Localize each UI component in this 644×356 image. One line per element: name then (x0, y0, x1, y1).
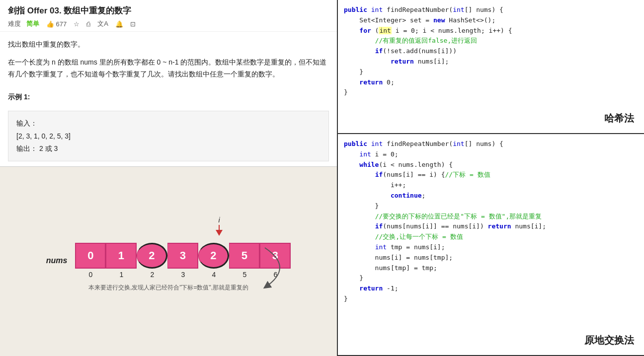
code-section-hash: public int findRepeatNumber(int[] nums) … (338, 0, 644, 134)
cell-3: 3 (167, 243, 198, 269)
index-row: 0 1 2 3 4 5 6 (75, 271, 291, 279)
hash-line-5: if(!set.add(nums[i])) (344, 46, 638, 57)
description1: 找出数组中重复的数字。 (8, 39, 329, 51)
hash-line-1: public int findRepeatNumber(int[] nums) … (344, 5, 638, 15)
swap-line-8: //要交换的下标的位置已经是"下标 = 数值",那就是重复 (344, 212, 638, 222)
example-input: [2, 3, 1, 0, 2, 5, 3] (16, 130, 321, 142)
code-block-swap: public int findRepeatNumber(int[] nums) … (338, 134, 644, 355)
translate-icon[interactable]: 文A (97, 19, 108, 28)
hash-line-7: } (344, 67, 638, 77)
problem-meta: 难度 简单 👍 677 ☆ ⎙ 文A 🔔 ⊡ (8, 19, 329, 28)
problem-header: 剑指 Offer 03. 数组中重复的数字 难度 简单 👍 677 ☆ ⎙ 文A… (0, 0, 337, 32)
example-input-label: 输入： (16, 117, 321, 130)
left-panel: 剑指 Offer 03. 数组中重复的数字 难度 简单 👍 677 ☆ ⎙ 文A… (0, 0, 338, 356)
cell-5: 5 (229, 243, 260, 269)
swap-line-6: continue; (344, 191, 638, 201)
difficulty-value: 简单 (26, 20, 39, 27)
code-block-hash: public int findRepeatNumber(int[] nums) … (338, 0, 644, 133)
hash-line-6: return nums[i]; (344, 57, 638, 67)
swap-line-4: if(nums[i] == i) {//下标 = 数值 (344, 170, 638, 180)
expand-icon[interactable]: ⊡ (130, 20, 136, 28)
hash-line-9: } (344, 87, 638, 98)
swap-line-9: if(nums[nums[i]] == nums[i]) return nums… (344, 221, 638, 232)
swap-line-16: } (344, 294, 638, 304)
swap-line-15: return -1; (344, 284, 638, 294)
idx-2: 2 (137, 271, 167, 279)
cell-2: 2 (137, 243, 167, 269)
problem-content: 找出数组中重复的数字。 在一个长度为 n 的数组 nums 里的所有数字都在 0… (0, 32, 337, 93)
array-cells: 0 1 2 3 2 5 3 (75, 243, 291, 269)
array-container: 0 1 2 3 2 5 3 0 (75, 243, 291, 279)
swap-line-12: nums[i] = nums[tmp]; (344, 253, 638, 263)
problem-title: 剑指 Offer 03. 数组中重复的数字 (8, 5, 329, 16)
hash-line-8: return 0; (344, 77, 638, 88)
diagram-inner: nums 0 1 2 3 2 5 (46, 243, 291, 279)
curved-arrow-svg (260, 243, 300, 292)
right-panel: public int findRepeatNumber(int[] nums) … (338, 0, 644, 356)
idx-5: 5 (229, 271, 260, 279)
diagram-caption: 本来要进行交换,发现人家已经符合"下标=数值",那就是重复的 (88, 284, 248, 292)
star-icon[interactable]: ☆ (74, 20, 80, 28)
swap-line-14: } (344, 273, 638, 284)
hash-label: 哈希法 (604, 112, 634, 125)
nums-label: nums (46, 256, 68, 265)
idx-4: 4 (198, 271, 229, 279)
swap-line-11: int tmp = nums[i]; (344, 242, 638, 253)
swap-label: 原地交换法 (584, 334, 634, 347)
bell-icon[interactable]: 🔔 (115, 20, 123, 28)
diagram-area: i nums 0 1 2 3 (0, 166, 337, 356)
i-arrow: i (216, 216, 223, 236)
swap-line-7: } (344, 201, 638, 212)
swap-line-13: nums[tmp] = tmp; (344, 263, 638, 274)
swap-line-10: //交换,让每一个下标 = 数值 (344, 232, 638, 242)
cell-1: 1 (106, 243, 137, 269)
curved-arrow-container (260, 243, 300, 294)
example-box: 输入： [2, 3, 1, 0, 2, 5, 3] 输出： 2 或 3 (8, 111, 329, 161)
swap-line-5: i++; (344, 180, 638, 191)
idx-1: 1 (106, 271, 137, 279)
description2: 在一个长度为 n 的数组 nums 里的所有数字都在 0 ~ n-1 的范围内。… (8, 57, 329, 80)
likes: 👍 677 (46, 20, 67, 28)
code-section-swap: public int findRepeatNumber(int[] nums) … (338, 134, 644, 356)
example-output: 输出： 2 或 3 (16, 142, 321, 155)
hash-line-2: Set<Integer> set = new HashSet<>(); (344, 15, 638, 26)
swap-line-2: int i = 0; (344, 149, 638, 160)
cell-0: 0 (75, 243, 106, 269)
cell-4: 2 (198, 243, 229, 269)
hash-line-3: for (int i = 0; i < nums.length; i++) { (344, 26, 638, 36)
example-title: 示例 1: (8, 93, 329, 102)
swap-line-3: while(i < nums.length) { (344, 160, 638, 170)
share-icon[interactable]: ⎙ (86, 20, 90, 28)
swap-line-1: public int findRepeatNumber(int[] nums) … (344, 139, 638, 149)
difficulty-label: 难度 简单 (8, 19, 39, 28)
idx-3: 3 (167, 271, 198, 279)
idx-0: 0 (75, 271, 106, 279)
hash-line-4: //有重复的值返回false,进行返回 (344, 36, 638, 46)
